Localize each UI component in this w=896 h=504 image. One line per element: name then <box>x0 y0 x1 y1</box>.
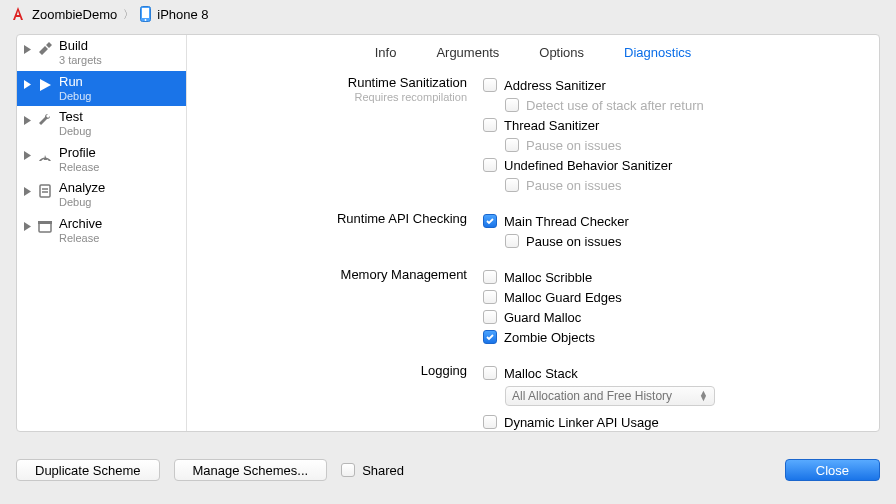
label-address-sanitizer: Address Sanitizer <box>504 78 606 93</box>
checkbox-address-sanitizer[interactable] <box>483 78 497 92</box>
label-malloc-stack: Malloc Stack <box>504 366 578 381</box>
sidebar-item-run[interactable]: RunDebug <box>17 71 186 107</box>
hammer-icon <box>36 40 54 58</box>
tab-arguments[interactable]: Arguments <box>436 45 499 60</box>
checkbox-undefined-behavior[interactable] <box>483 158 497 172</box>
sidebar-item-archive[interactable]: ArchiveRelease <box>17 213 186 249</box>
label-detect-stack-return: Detect use of stack after return <box>526 98 704 113</box>
disclosure-triangle-icon[interactable] <box>23 221 31 233</box>
sidebar-item-sub: Debug <box>59 125 91 138</box>
sidebar-item-build[interactable]: Build3 targets <box>17 35 186 71</box>
analyze-icon <box>36 182 54 200</box>
tab-bar: Info Arguments Options Diagnostics <box>187 35 879 69</box>
svg-rect-4 <box>39 223 51 232</box>
disclosure-triangle-icon[interactable] <box>23 185 31 197</box>
archive-icon <box>36 218 54 236</box>
section-runtime-sanitization-sub: Requires recompilation <box>197 91 467 104</box>
label-ts-pause: Pause on issues <box>526 138 621 153</box>
diagnostics-content: Runtime Sanitization Requires recompilat… <box>187 69 879 431</box>
combo-malloc-stack-value: All Allocation and Free History <box>512 389 672 403</box>
manage-schemes-button[interactable]: Manage Schemes... <box>174 459 328 481</box>
svg-rect-1 <box>142 8 149 18</box>
label-guard-malloc: Guard Malloc <box>504 310 581 325</box>
sidebar-item-sub: Debug <box>59 90 91 103</box>
sidebar-item-label: Run <box>59 75 91 90</box>
disclosure-triangle-icon[interactable] <box>23 43 31 55</box>
play-icon <box>36 76 54 94</box>
checkbox-dynamic-linker[interactable] <box>483 415 497 429</box>
checkbox-ts-pause[interactable] <box>505 138 519 152</box>
section-runtime-sanitization: Runtime Sanitization <box>197 75 467 91</box>
disclosure-triangle-icon[interactable] <box>23 79 31 91</box>
sidebar-item-analyze[interactable]: AnalyzeDebug <box>17 177 186 213</box>
main-pane: Info Arguments Options Diagnostics Runti… <box>187 35 879 431</box>
combo-malloc-stack[interactable]: All Allocation and Free History ▲▼ <box>505 386 715 406</box>
label-dynamic-linker: Dynamic Linker API Usage <box>504 415 659 430</box>
sidebar-item-sub: Release <box>59 161 99 174</box>
svg-point-2 <box>145 19 147 21</box>
checkbox-shared[interactable] <box>341 463 355 477</box>
checkbox-zombie-objects[interactable] <box>483 330 497 344</box>
breadcrumb-device[interactable]: iPhone 8 <box>157 7 208 22</box>
scheme-panel: Build3 targets RunDebug TestDebug Profil… <box>16 34 880 432</box>
label-ub-pause: Pause on issues <box>526 178 621 193</box>
sidebar-item-profile[interactable]: ProfileRelease <box>17 142 186 178</box>
label-mtc-pause: Pause on issues <box>526 234 621 249</box>
checkbox-malloc-scribble[interactable] <box>483 270 497 284</box>
footer: Duplicate Scheme Manage Schemes... Share… <box>0 448 896 504</box>
app-icon <box>10 6 26 22</box>
svg-rect-5 <box>38 221 52 224</box>
sidebar-item-label: Build <box>59 39 102 54</box>
section-logging: Logging <box>197 363 467 379</box>
sidebar-item-label: Profile <box>59 146 99 161</box>
breadcrumb-project[interactable]: ZoombieDemo <box>32 7 117 22</box>
disclosure-triangle-icon[interactable] <box>23 114 31 126</box>
checkbox-malloc-stack[interactable] <box>483 366 497 380</box>
checkbox-detect-stack-return[interactable] <box>505 98 519 112</box>
chevron-right-icon: 〉 <box>123 7 134 22</box>
label-main-thread-checker: Main Thread Checker <box>504 214 629 229</box>
sidebar-item-test[interactable]: TestDebug <box>17 106 186 142</box>
disclosure-triangle-icon[interactable] <box>23 150 31 162</box>
sidebar-item-sub: 3 targets <box>59 54 102 67</box>
breadcrumb: ZoombieDemo 〉 iPhone 8 <box>0 0 896 28</box>
device-icon <box>140 6 151 22</box>
sidebar-item-label: Test <box>59 110 91 125</box>
label-shared: Shared <box>362 463 404 478</box>
section-memory-management: Memory Management <box>197 267 467 283</box>
section-runtime-api-checking: Runtime API Checking <box>197 211 467 227</box>
checkbox-thread-sanitizer[interactable] <box>483 118 497 132</box>
gauge-icon <box>36 147 54 165</box>
checkbox-mtc-pause[interactable] <box>505 234 519 248</box>
close-button[interactable]: Close <box>785 459 880 481</box>
sidebar-item-label: Archive <box>59 217 102 232</box>
label-zombie-objects: Zombie Objects <box>504 330 595 345</box>
tab-info[interactable]: Info <box>375 45 397 60</box>
sidebar-item-label: Analyze <box>59 181 105 196</box>
tab-diagnostics[interactable]: Diagnostics <box>624 45 691 60</box>
label-malloc-scribble: Malloc Scribble <box>504 270 592 285</box>
wrench-icon <box>36 111 54 129</box>
svg-rect-3 <box>40 185 50 197</box>
tab-options[interactable]: Options <box>539 45 584 60</box>
chevron-updown-icon: ▲▼ <box>699 391 708 402</box>
sidebar: Build3 targets RunDebug TestDebug Profil… <box>17 35 187 431</box>
checkbox-ub-pause[interactable] <box>505 178 519 192</box>
label-thread-sanitizer: Thread Sanitizer <box>504 118 599 133</box>
duplicate-scheme-button[interactable]: Duplicate Scheme <box>16 459 160 481</box>
sidebar-item-sub: Release <box>59 232 102 245</box>
checkbox-guard-malloc[interactable] <box>483 310 497 324</box>
label-malloc-guard-edges: Malloc Guard Edges <box>504 290 622 305</box>
sidebar-item-sub: Debug <box>59 196 105 209</box>
checkbox-main-thread-checker[interactable] <box>483 214 497 228</box>
checkbox-malloc-guard-edges[interactable] <box>483 290 497 304</box>
label-undefined-behavior: Undefined Behavior Sanitizer <box>504 158 672 173</box>
